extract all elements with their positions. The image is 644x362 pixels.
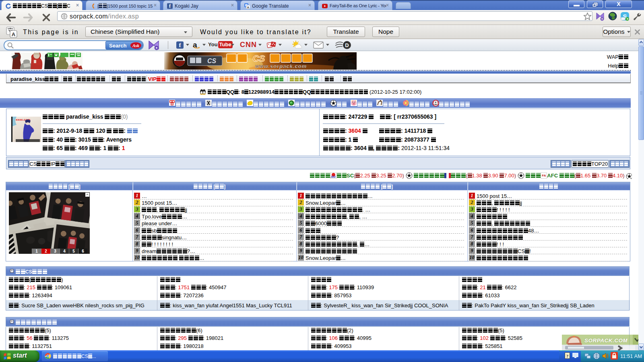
svg-text:www.sorpack.com: www.sorpack.com: [255, 63, 307, 69]
svg-text:CS: CS: [253, 53, 265, 64]
svg-text:D: D: [345, 42, 349, 48]
svg-text:CS: CS: [207, 58, 217, 64]
svg-text:A: A: [12, 31, 16, 37]
